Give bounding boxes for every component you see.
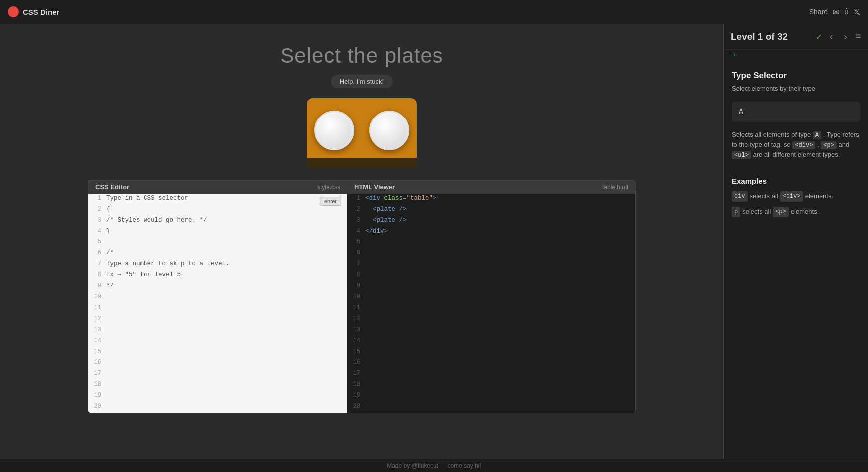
html-line: 10 [347,292,635,303]
main-layout: Select the plates Help, I'm stuck! CSS E… [0,24,868,459]
table-leg [307,158,417,168]
next-level-button[interactable]: › [841,29,850,44]
html-line: 18 [347,380,635,391]
html-line: 16 [347,358,635,369]
css-line: 15 [88,347,347,358]
css-line: 4} [88,227,347,237]
page-title: Select the plates [280,44,443,68]
html-line: 19 [347,391,635,402]
css-line: 2{ [88,205,347,216]
html-line: 5 [347,237,635,248]
html-line: 3 <plate /> [347,216,635,227]
html-line: 7 [347,259,635,270]
example-row-2: p selects all <p> elements. [732,207,860,217]
html-line: 8 [347,270,635,281]
and-text: and [839,141,850,148]
example2-end: elements. [791,207,819,217]
selector-example-code: A [739,108,743,116]
app-title: CSS Diner [23,8,59,16]
email-icon[interactable]: ✉ [833,7,839,17]
check-mark-icon: ✓ [816,31,822,42]
html-viewer-header: HTML Viewer table.html [347,180,635,194]
left-content: Select the plates Help, I'm stuck! CSS E… [0,24,723,459]
ul-tag: <ul> [732,151,751,159]
p-tag: <p> [821,141,837,149]
html-viewer-title: HTML Viewer [354,183,395,191]
css-lines[interactable]: enter 1Type in a CSS selector2{3/* Style… [88,194,347,413]
example1-end: elements. [805,191,833,202]
html-lines: 1<div class="table">2 <plate />3 <plate … [347,194,635,413]
html-line: 9 [347,281,635,292]
examples-label: Examples [732,177,860,185]
arrow-indicator: → [724,50,868,64]
html-viewer: HTML Viewer table.html 1<div class="tabl… [347,180,635,413]
selector-explanation: Selects all elements of type A . Type re… [732,130,860,160]
css-line: 5 [88,237,347,248]
css-line: 14 [88,336,347,347]
explanation-text: Selects all elements of type [732,131,813,138]
html-line: 14 [347,336,635,347]
prev-level-button[interactable]: ‹ [827,29,836,44]
html-line: 11 [347,303,635,314]
example2-selector: p [732,207,740,217]
css-editor-filename: style.css [317,184,340,191]
css-line: 17 [88,369,347,380]
explanation-tag: A [813,131,821,139]
example2-tag: <p> [773,207,789,217]
div-tag: <div> [792,141,815,149]
example2-mid: selects all [742,207,771,217]
css-line: 12 [88,314,347,325]
footer-bar: Made by @flukeout — come say hi! [0,459,868,472]
css-line: 20 [88,402,347,413]
facebook-icon[interactable]: û [844,7,849,16]
css-line: 16 [88,358,347,369]
example1-tag: <div> [780,191,803,202]
css-editor-title: CSS Editor [95,183,129,191]
html-line: 17 [347,369,635,380]
css-line: 10 [88,292,347,303]
css-line: 1Type in a CSS selector [88,194,347,205]
html-line: 20 [347,402,635,413]
css-line: 13 [88,325,347,336]
css-line: 3/* Styles would go here. */ [88,216,347,227]
selector-example-box: A [732,102,860,122]
css-line: 11 [88,303,347,314]
plate-1 [314,111,354,150]
help-button[interactable]: Help, I'm stuck! [331,75,393,88]
level-title: Level 1 of 32 [731,31,811,42]
example1-mid: selects all [750,191,778,202]
sidebar-top-bar: Level 1 of 32 ✓ ‹ › ≡ [724,24,868,50]
diner-scene [307,98,417,168]
twitter-icon[interactable]: 𝕏 [854,7,860,17]
share-label: Share [809,8,828,16]
example1-selector: div [732,191,748,202]
html-line: 15 [347,347,635,358]
enter-button[interactable]: enter [320,197,341,206]
logo-area: CSS Diner [8,6,59,17]
css-line: 6/* [88,248,347,259]
right-sidebar: Level 1 of 32 ✓ ‹ › ≡ → Type Selector Se… [723,24,868,459]
html-line: 4</div> [347,227,635,237]
html-line: 2 <plate /> [347,205,635,216]
html-line: 6 [347,248,635,259]
plate-2 [369,111,409,150]
logo-circle-icon [8,6,19,17]
html-line: 1<div class="table"> [347,194,635,205]
footer-text: Made by @flukeout — come say hi! [387,462,481,469]
css-line: 9*/ [88,281,347,292]
editors-section: CSS Editor style.css enter 1Type in a CS… [88,180,636,413]
html-line: 12 [347,314,635,325]
explanation-end: are all different element types. [753,151,840,158]
selector-title: Type Selector [732,71,860,81]
table-top [307,98,417,158]
menu-icon[interactable]: ≡ [855,31,861,42]
html-viewer-filename: table.html [602,184,628,191]
css-line: 8Ex → "5" for level 5 [88,270,347,281]
css-line: 18 [88,380,347,391]
top-header: CSS Diner Share ✉ û 𝕏 [0,0,868,24]
selector-desc: Select elements by their type [732,84,860,94]
share-area: Share ✉ û 𝕏 [809,7,860,17]
table-container [307,98,417,168]
html-line: 13 [347,325,635,336]
css-line: 19 [88,391,347,402]
